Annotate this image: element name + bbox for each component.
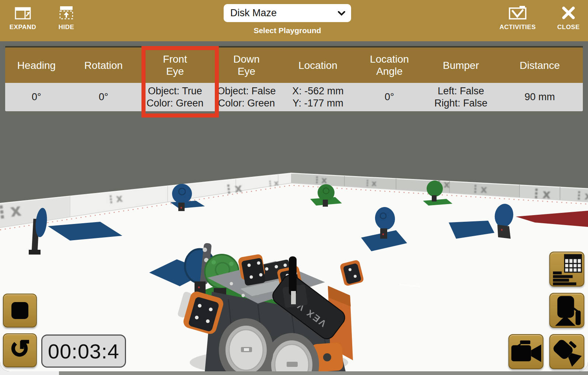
window-bottom-edge [59,371,588,375]
column-header-location-angle: LocationAngle [354,48,425,83]
activities-button[interactable]: ACTIVITIES [497,5,538,31]
stop-button[interactable] [3,294,37,327]
dashboard-icon [550,252,584,286]
timer-value: 00:03:4 [48,339,119,363]
vex-wall-logo: ⋮x [573,189,588,203]
expand-label: EXPAND [10,24,36,31]
sensor-dashboard: Heading Rotation FrontEye DownEye Locati… [5,46,583,112]
vex-wall-logo: ⋮x [105,192,123,206]
column-header-down-eye: DownEye [211,48,282,83]
heading-value: 0° [5,83,68,111]
playground-select-value: Disk Maze [230,7,277,19]
window-bottom-edge-left [0,371,59,375]
dashboard-toggle-button[interactable] [549,252,584,287]
expand-button[interactable]: EXPAND [6,5,39,31]
column-header-bumper: Bumper [425,48,497,83]
vex-wall-logo: ⋮x [266,178,279,188]
column-header-rotation: Rotation [68,48,139,83]
timer-display: 00:03:4 [41,334,126,368]
camera-view-button[interactable] [508,334,543,369]
vexcode-vr-app: ⋮x ⋮x ⋮x ⋮x ⋮x ⋮x ⋮x ⋮x ⋮x ⋮x [0,0,588,375]
column-header-front-eye: FrontEye [139,48,211,83]
playground-select[interactable]: Disk Maze [224,4,351,22]
camera-tilted-view-button[interactable] [549,334,584,369]
close-label: CLOSE [557,24,580,31]
vex-wall-logo: ⋮x [363,178,377,188]
video-camera-icon [509,335,543,369]
activities-label: ACTIVITIES [500,24,536,31]
expand-icon [15,5,31,20]
stop-icon [11,302,28,319]
hide-label: HIDE [59,24,74,31]
robot-camera-icon [550,294,584,327]
video-camera-tilted-icon [550,335,584,369]
reset-button[interactable]: ↺ [3,333,37,367]
rotation-value: 0° [68,83,139,111]
topbar: EXPAND HIDE Disk Maze Select Playground [0,0,588,41]
column-header-location: Location [282,48,354,83]
bumper-value: Left: FalseRight: False [425,83,497,111]
close-button[interactable]: CLOSE [554,5,582,31]
sensor-dashboard-header-row: Heading Rotation FrontEye DownEye Locati… [5,48,583,83]
distance-value: 90 mm [497,83,583,111]
vex-wall-logo: ⋮x [530,186,551,201]
column-header-heading: Heading [5,48,68,83]
activities-icon [509,5,526,20]
robot-view-button[interactable] [549,293,584,328]
down-eye-value: Object: FalseColor: Green [211,83,282,111]
location-angle-value: 0° [354,83,425,111]
reset-ccw-arrow-icon: ↺ [10,337,30,361]
vex-wall-logo: ⋮x [0,200,22,223]
playground-select-caption: Select Playground [224,26,351,35]
close-icon [561,5,575,20]
vex-wall-logo: ⋮x [470,183,487,196]
hide-icon [59,5,74,20]
chevron-down-icon [338,11,345,16]
hide-button[interactable]: HIDE [50,5,83,31]
robot-antenna [289,256,297,295]
location-value: X: -562 mmY: -177 mm [282,83,354,111]
vex-wall-logo: ⋮x [222,181,243,197]
front-eye-value: Object: TrueColor: Green [139,83,211,111]
sensor-dashboard-value-row: 0° 0° Object: TrueColor: Green Object: F… [5,83,583,112]
vex-wall-logo: ⋮x [312,175,328,185]
column-header-distance: Distance [497,48,583,83]
